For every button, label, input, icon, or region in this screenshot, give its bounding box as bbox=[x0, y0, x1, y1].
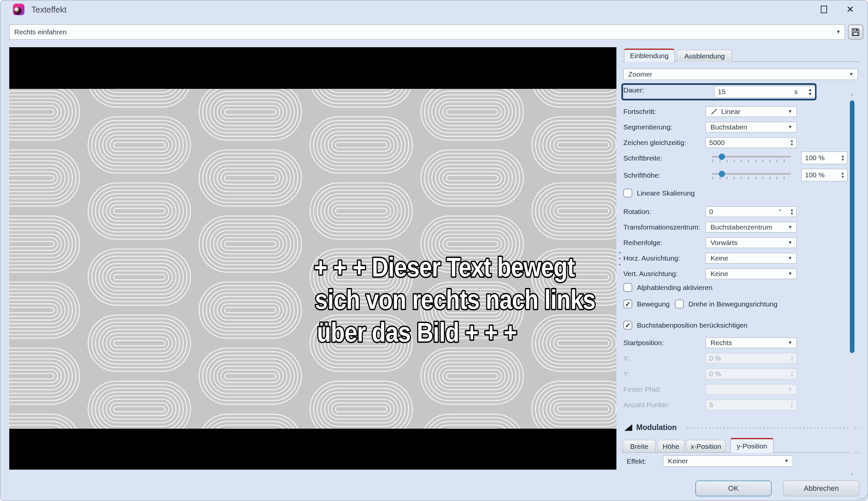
dauer-input[interactable]: 15 s ▲ ▼ bbox=[714, 86, 815, 98]
drehe-checkbox-row[interactable]: Drehe in Bewegungsrichtung bbox=[675, 300, 778, 308]
modtab-breite[interactable]: Breite bbox=[623, 440, 656, 452]
vert-ausrichtung-value: Keine bbox=[710, 270, 728, 278]
modtab-hoehe[interactable]: Höhe bbox=[657, 440, 684, 452]
chevron-down-icon: ▼ bbox=[788, 271, 792, 276]
chevron-down-icon: ▼ bbox=[788, 124, 792, 129]
modulation-title: Modulation bbox=[636, 423, 677, 432]
collapse-triangle-icon bbox=[624, 424, 632, 431]
drehe-label: Drehe in Bewegungsrichtung bbox=[688, 300, 778, 308]
checkbox-unchecked[interactable] bbox=[623, 283, 632, 292]
slider-thumb[interactable] bbox=[719, 171, 725, 177]
cancel-button[interactable]: Abbrechen bbox=[783, 480, 859, 497]
checkbox-unchecked[interactable] bbox=[675, 300, 684, 308]
startposition-label: Startposition: bbox=[623, 338, 664, 348]
horz-ausrichtung-combobox[interactable]: Keine ▼ bbox=[706, 253, 797, 264]
rotation-value: 0 bbox=[709, 208, 713, 216]
vert-ausrichtung-combobox[interactable]: Keine ▼ bbox=[706, 268, 797, 279]
transformationszentrum-combobox[interactable]: Buchstabenzentrum ▼ bbox=[706, 222, 797, 233]
y-label: Y: bbox=[623, 369, 630, 379]
schrifthoehe-value: 100 % bbox=[805, 171, 825, 179]
fortschritt-label: Fortschritt: bbox=[623, 106, 656, 117]
buchstabenposition-checkbox-row[interactable]: ✓ Buchstabenposition berücksichtigen bbox=[623, 321, 748, 330]
modtab-y-position[interactable]: y-Position bbox=[730, 438, 773, 453]
spin-down-icon[interactable]: ▼ bbox=[790, 143, 794, 146]
rotation-input[interactable]: 0 ° ▲ ▼ bbox=[706, 206, 797, 217]
checkbox-unchecked[interactable] bbox=[623, 189, 632, 198]
alphablending-checkbox-row[interactable]: Alphablending aktivieren bbox=[623, 283, 713, 292]
spin-down-icon[interactable]: ▼ bbox=[790, 212, 794, 215]
scrollbar-thumb[interactable] bbox=[850, 100, 855, 353]
schriftbreite-input[interactable]: 100 % ▲ ▼ bbox=[801, 152, 847, 164]
tab-ausblendung[interactable]: Ausblendung bbox=[677, 50, 732, 62]
dauer-stepper[interactable]: ▲ ▼ bbox=[808, 87, 812, 96]
preview-text-line-1: + + + Dieser Text bewegt bbox=[314, 252, 575, 283]
schrifthoehe-stepper[interactable]: ▲ ▼ bbox=[841, 171, 845, 179]
schrifthoehe-input[interactable]: 100 % ▲ ▼ bbox=[801, 169, 847, 181]
rotation-unit: ° bbox=[779, 209, 781, 215]
scroll-down-icon[interactable]: ▼ bbox=[849, 472, 855, 477]
checkbox-checked[interactable]: ✓ bbox=[623, 321, 632, 330]
dauer-value: 15 bbox=[718, 88, 725, 96]
chevron-down-icon: ▼ bbox=[788, 240, 792, 245]
preset-combobox[interactable]: Rechts einfahren ▼ bbox=[9, 24, 845, 40]
reihenfolge-combobox[interactable]: Vorwärts ▼ bbox=[706, 237, 797, 248]
schriftbreite-slider[interactable] bbox=[712, 152, 791, 162]
schriftbreite-label: Schriftbreite: bbox=[623, 153, 662, 163]
preview-canvas: + + + Dieser Text bewegt sich von rechts… bbox=[9, 47, 616, 470]
check-icon: ✓ bbox=[625, 321, 631, 329]
spin-down-icon[interactable]: ▼ bbox=[808, 92, 812, 96]
effect-combobox[interactable]: Zoomer ▼ bbox=[623, 69, 858, 80]
tab-einblendung[interactable]: Einblendung bbox=[624, 49, 674, 62]
preset-value: Rechts einfahren bbox=[14, 28, 67, 36]
zeichen-value: 5000 bbox=[709, 139, 725, 147]
close-button[interactable]: ✕ bbox=[842, 2, 858, 16]
dauer-unit: s bbox=[794, 88, 798, 96]
anzahl-punkte-label: Anzahl Punkte: bbox=[623, 399, 670, 410]
resize-grip[interactable] bbox=[859, 494, 868, 499]
maximize-button[interactable] bbox=[816, 2, 832, 16]
chevron-down-icon: ▼ bbox=[849, 71, 854, 77]
spin-down-icon[interactable]: ▼ bbox=[841, 175, 845, 179]
spin-down-icon[interactable]: ▼ bbox=[841, 158, 845, 161]
fortschritt-value: Linear bbox=[721, 108, 740, 116]
save-preset-button[interactable] bbox=[848, 24, 864, 40]
rotation-stepper[interactable]: ▲ ▼ bbox=[790, 208, 794, 215]
schrifthoehe-slider[interactable] bbox=[712, 169, 791, 179]
startposition-combobox[interactable]: Rechts ▼ bbox=[706, 338, 797, 348]
transformationszentrum-value: Buchstabenzentrum bbox=[710, 223, 772, 231]
bewegung-checkbox-row[interactable]: ✓ Bewegung bbox=[623, 300, 670, 308]
panel-scrollbar[interactable]: ▲ ▼ bbox=[849, 92, 855, 477]
lineare-skalierung-checkbox-row[interactable]: Lineare Skalierung bbox=[623, 189, 695, 198]
schriftbreite-value: 100 % bbox=[805, 154, 825, 162]
checkbox-checked[interactable]: ✓ bbox=[623, 300, 632, 308]
splitter-handle[interactable] bbox=[617, 250, 622, 267]
slider-thumb[interactable] bbox=[719, 153, 725, 160]
y-stepper: ▲ ▼ bbox=[790, 370, 794, 377]
spin-down-icon: ▼ bbox=[790, 358, 794, 362]
lineare-skalierung-label: Lineare Skalierung bbox=[637, 189, 695, 197]
zeichen-label: Zeichen gleichzeitig: bbox=[623, 137, 686, 148]
chevron-down-icon: ▼ bbox=[788, 255, 792, 260]
modulation-section-header[interactable]: Modulation bbox=[624, 423, 677, 432]
modtab-x-position[interactable]: x-Position bbox=[686, 440, 726, 452]
segmentierung-combobox[interactable]: Buchstaben ▼ bbox=[706, 122, 797, 132]
effect-value: Zoomer bbox=[628, 70, 652, 78]
fortschritt-combobox[interactable]: Linear ▼ bbox=[706, 106, 797, 117]
effekt-combobox[interactable]: Keiner ▼ bbox=[663, 456, 793, 467]
scroll-up-icon[interactable]: ▲ bbox=[849, 92, 855, 96]
zeichen-input[interactable]: 5000 ▲ ▼ bbox=[706, 137, 797, 148]
linear-curve-icon bbox=[710, 108, 718, 115]
titlebar[interactable]: Texteffekt ✕ bbox=[0, 0, 868, 20]
rotation-label: Rotation: bbox=[623, 206, 651, 217]
check-icon: ✓ bbox=[625, 300, 631, 308]
schriftbreite-stepper[interactable]: ▲ ▼ bbox=[841, 154, 845, 161]
preview-text-line-2: sich von rechts nach links bbox=[315, 284, 595, 315]
segmentierung-label: Segmentierung: bbox=[623, 122, 672, 132]
fester-pfad-label: Fester Pfad: bbox=[623, 384, 661, 395]
anzahl-punkte-value: 5 bbox=[709, 401, 713, 409]
chevron-down-icon: ▼ bbox=[836, 29, 840, 34]
ok-button[interactable]: OK bbox=[695, 480, 772, 497]
close-icon: ✕ bbox=[846, 4, 854, 15]
zeichen-stepper[interactable]: ▲ ▼ bbox=[790, 139, 794, 146]
effekt-value: Keiner bbox=[668, 457, 688, 465]
